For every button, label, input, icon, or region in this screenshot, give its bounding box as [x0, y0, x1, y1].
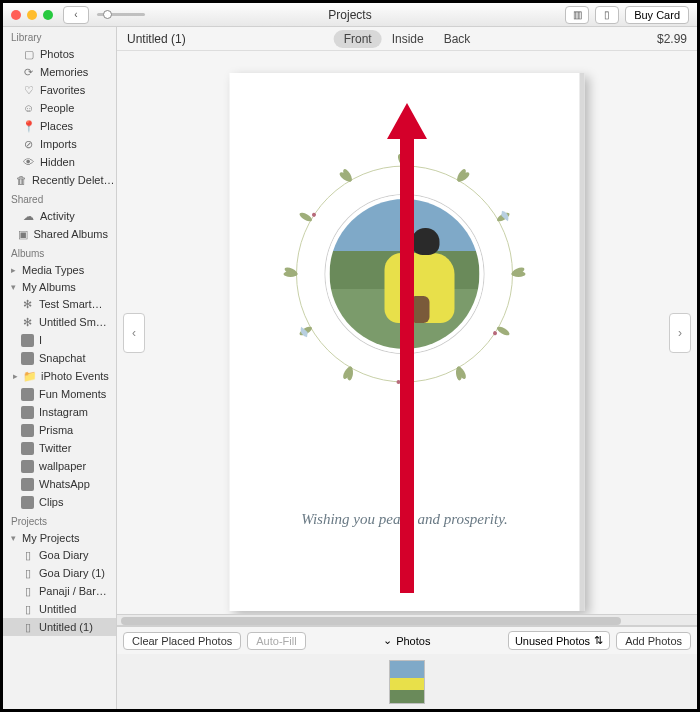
- project-item[interactable]: ▯Goa Diary: [3, 546, 116, 564]
- album-item[interactable]: Prisma: [3, 421, 116, 439]
- sidebar-item-activity[interactable]: ☁Activity: [3, 207, 116, 225]
- sidebar: Library ▢Photos ⟳Memories ♡Favorites ☺Pe…: [3, 27, 117, 709]
- sidebar-item-media-types[interactable]: ▸Media Types: [3, 261, 116, 278]
- cloud-icon: ☁: [22, 210, 35, 223]
- tab-back[interactable]: Back: [434, 30, 481, 48]
- sidebar-item-imports[interactable]: ⊘Imports: [3, 135, 116, 153]
- shared-albums-icon: ▣: [18, 228, 28, 241]
- project-item-selected[interactable]: ▯Untitled (1): [3, 618, 116, 636]
- pin-icon: 📍: [22, 120, 35, 133]
- zoom-window-button[interactable]: [43, 10, 53, 20]
- album-item[interactable]: Instagram: [3, 403, 116, 421]
- photos-tray-toggle[interactable]: ⌄ Photos: [383, 634, 430, 647]
- album-thumbnail-icon: [21, 460, 34, 473]
- card-photo-slot[interactable]: [326, 195, 484, 353]
- album-item[interactable]: ▸📁iPhoto Events: [3, 367, 116, 385]
- chevron-right-icon: ›: [678, 326, 682, 340]
- album-thumbnail-icon: [21, 442, 34, 455]
- tab-front[interactable]: Front: [334, 30, 382, 48]
- close-window-button[interactable]: [11, 10, 21, 20]
- trash-icon: 🗑: [16, 174, 27, 187]
- sidebar-item-favorites[interactable]: ♡Favorites: [3, 81, 116, 99]
- album-item[interactable]: Snapchat: [3, 349, 116, 367]
- sidebar-item-shared-albums[interactable]: ▣Shared Albums: [3, 225, 116, 243]
- photos-icon: ▢: [22, 48, 35, 61]
- chevron-down-icon: ▾: [11, 282, 17, 292]
- chevron-left-icon: ‹: [132, 326, 136, 340]
- price-label: $2.99: [657, 32, 687, 46]
- bottom-toolbar: Clear Placed Photos Auto-Fill ⌄ Photos U…: [117, 626, 697, 654]
- project-item[interactable]: ▯Goa Diary (1): [3, 564, 116, 582]
- minimize-window-button[interactable]: [27, 10, 37, 20]
- sidebar-item-recently-deleted[interactable]: 🗑Recently Delet…: [3, 171, 116, 189]
- tab-inside[interactable]: Inside: [382, 30, 434, 48]
- window-titlebar: ‹ Projects ▥ ▯ Buy Card: [3, 3, 697, 27]
- horizontal-scrollbar[interactable]: [117, 614, 697, 626]
- select-arrows-icon: ⇅: [594, 634, 603, 647]
- chevron-right-icon: ▸: [11, 265, 17, 275]
- heart-icon: ♡: [22, 84, 35, 97]
- window-controls: [11, 10, 53, 20]
- canvas: ‹ ›: [117, 51, 697, 614]
- album-thumbnail-icon: [21, 496, 34, 509]
- album-thumbnail-icon: [21, 352, 34, 365]
- card-message-text[interactable]: Wishing you peace and prosperity.: [230, 511, 580, 528]
- sidebar-item-my-albums[interactable]: ▾My Albums: [3, 278, 116, 295]
- info-panel-button[interactable]: ▯: [595, 6, 619, 24]
- album-item[interactable]: WhatsApp: [3, 475, 116, 493]
- card-icon: ▯: [21, 603, 34, 616]
- album-item[interactable]: I: [3, 331, 116, 349]
- placed-photo: [330, 199, 480, 349]
- card-front-preview[interactable]: Wishing you peace and prosperity. Option…: [230, 73, 585, 611]
- tray-photo-thumbnail[interactable]: [389, 660, 425, 704]
- sidebar-section-projects: Projects: [3, 511, 116, 529]
- album-thumbnail-icon: [21, 478, 34, 491]
- clear-placed-photos-button[interactable]: Clear Placed Photos: [123, 632, 241, 650]
- prev-page-button[interactable]: ‹: [123, 313, 145, 353]
- clock-icon: ⊘: [22, 138, 35, 151]
- sidebar-item-people[interactable]: ☺People: [3, 99, 116, 117]
- project-item[interactable]: ▯Panaji / Bar…: [3, 582, 116, 600]
- layout-toggle-button[interactable]: ▥: [565, 6, 589, 24]
- sidebar-item-memories[interactable]: ⟳Memories: [3, 63, 116, 81]
- album-item[interactable]: Clips: [3, 493, 116, 511]
- album-thumbnail-icon: [21, 424, 34, 437]
- book-icon: ▯: [21, 549, 34, 562]
- sidebar-item-photos[interactable]: ▢Photos: [3, 45, 116, 63]
- album-item[interactable]: ✻Untitled Sm…: [3, 313, 116, 331]
- window-title: Projects: [328, 8, 371, 22]
- album-thumbnail-icon: [21, 388, 34, 401]
- chevron-down-icon: ▾: [11, 533, 17, 543]
- sidebar-item-places[interactable]: 📍Places: [3, 117, 116, 135]
- next-page-button[interactable]: ›: [669, 313, 691, 353]
- people-icon: ☺: [22, 102, 35, 115]
- add-photos-button[interactable]: Add Photos: [616, 632, 691, 650]
- album-thumbnail-icon: [21, 406, 34, 419]
- chevron-right-icon: ▸: [13, 371, 18, 381]
- sidebar-item-hidden[interactable]: 👁Hidden: [3, 153, 116, 171]
- photo-tray: [117, 654, 697, 709]
- document-title: Untitled (1): [127, 32, 186, 46]
- auto-fill-button[interactable]: Auto-Fill: [247, 632, 305, 650]
- album-item[interactable]: wallpaper: [3, 457, 116, 475]
- album-item[interactable]: Twitter: [3, 439, 116, 457]
- chevron-down-icon: ⌄: [383, 634, 392, 647]
- smart-album-icon: ✻: [21, 298, 34, 311]
- buy-card-button[interactable]: Buy Card: [625, 6, 689, 24]
- chevron-left-icon: ‹: [74, 9, 77, 20]
- folder-icon: 📁: [23, 370, 36, 383]
- album-item[interactable]: ✻Test Smart…: [3, 295, 116, 313]
- zoom-slider[interactable]: [97, 13, 145, 16]
- smart-album-icon: ✻: [21, 316, 34, 329]
- eye-icon: 👁: [22, 156, 35, 169]
- sidebar-item-my-projects[interactable]: ▾My Projects: [3, 529, 116, 546]
- card-face-segmented-control: Front Inside Back: [334, 30, 481, 48]
- project-item[interactable]: ▯Untitled: [3, 600, 116, 618]
- unused-photos-select[interactable]: Unused Photos ⇅: [508, 631, 610, 650]
- memories-icon: ⟳: [22, 66, 35, 79]
- back-button[interactable]: ‹: [63, 6, 89, 24]
- album-item[interactable]: Fun Moments: [3, 385, 116, 403]
- sidebar-section-shared: Shared: [3, 189, 116, 207]
- book-icon: ▯: [21, 567, 34, 580]
- sidebar-section-albums: Albums: [3, 243, 116, 261]
